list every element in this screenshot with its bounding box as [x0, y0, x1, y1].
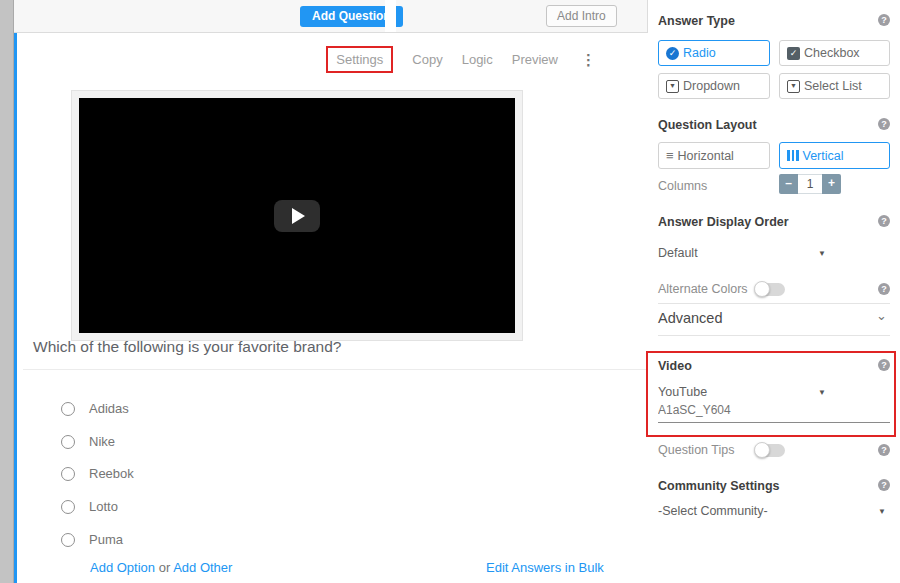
add-option-link[interactable]: Add Option — [90, 560, 155, 575]
radio-button[interactable] — [61, 435, 75, 449]
option-label[interactable]: Adidas — [89, 401, 129, 416]
help-icon[interactable]: ? — [878, 283, 890, 295]
help-icon[interactable]: ? — [878, 14, 890, 26]
video-id-input[interactable] — [658, 403, 890, 423]
radio-selected-icon: ✓ — [666, 47, 679, 60]
radio-button[interactable] — [61, 533, 75, 547]
help-icon[interactable]: ? — [878, 359, 890, 371]
question-layout-label: Question Layout — [658, 118, 757, 132]
option-label[interactable]: Puma — [89, 532, 123, 547]
video-player-frame — [71, 90, 523, 341]
video-player — [79, 98, 515, 333]
question-card: Settings Copy Logic Preview ⋮ Which of t… — [14, 33, 648, 583]
or-text: or — [159, 560, 171, 575]
option-row: Reebok — [61, 465, 134, 482]
edit-answers-in-bulk-link[interactable]: Edit Answers in Bulk — [486, 560, 604, 575]
tile-label: Horizontal — [678, 149, 734, 163]
option-row: Puma — [61, 531, 123, 548]
divider — [658, 335, 890, 336]
tab-preview[interactable]: Preview — [512, 52, 558, 67]
radio-button[interactable] — [61, 500, 75, 514]
horizontal-lines-icon: ≡ — [666, 149, 674, 162]
tile-label: Radio — [683, 46, 716, 60]
columns-value[interactable]: 1 — [798, 174, 822, 194]
tile-label: Dropdown — [683, 79, 740, 93]
dropdown-icon: ▼ — [666, 80, 679, 93]
radio-button[interactable] — [61, 402, 75, 416]
radio-button[interactable] — [61, 467, 75, 481]
option-row: Nike — [61, 433, 115, 450]
option-label[interactable]: Nike — [89, 434, 115, 449]
video-provider-select[interactable]: YouTube — [658, 385, 707, 399]
question-toolbar: Settings Copy Logic Preview ⋮ — [326, 46, 596, 73]
tile-label: Checkbox — [804, 46, 860, 60]
option-label[interactable]: Reebok — [89, 466, 134, 481]
question-divider — [23, 369, 651, 370]
topbar-divider — [385, 0, 396, 32]
answer-display-order-label: Answer Display Order — [658, 215, 789, 229]
left-gutter — [0, 0, 14, 583]
help-icon[interactable]: ? — [878, 444, 890, 456]
option-actions: Add Option or Add Other — [90, 560, 232, 575]
layout-horizontal[interactable]: ≡ Horizontal — [658, 142, 770, 169]
tile-label: Select List — [804, 79, 862, 93]
video-label: Video — [658, 359, 692, 373]
layout-vertical[interactable]: Vertical — [779, 142, 890, 169]
columns-stepper: – 1 + — [779, 174, 841, 194]
option-label[interactable]: Lotto — [89, 499, 118, 514]
question-tips-label: Question Tips — [658, 443, 734, 457]
columns-decrement-button[interactable]: – — [779, 174, 798, 194]
alternate-colors-label: Alternate Colors — [658, 282, 748, 296]
more-options-icon[interactable]: ⋮ — [581, 52, 596, 67]
add-other-link[interactable]: Add Other — [173, 560, 232, 575]
answer-type-dropdown[interactable]: ▼ Dropdown — [658, 73, 770, 99]
answer-type-radio[interactable]: ✓ Radio — [658, 40, 770, 66]
columns-label: Columns — [658, 179, 707, 193]
answer-type-select-list[interactable]: ▼ Select List — [779, 73, 890, 99]
divider — [658, 303, 890, 304]
columns-increment-button[interactable]: + — [822, 174, 841, 194]
help-icon[interactable]: ? — [878, 215, 890, 227]
answer-type-label: Answer Type — [658, 14, 735, 28]
caret-down-icon: ▼ — [878, 507, 886, 516]
tab-logic[interactable]: Logic — [462, 52, 493, 67]
community-select[interactable]: -Select Community- — [658, 504, 768, 518]
question-tips-toggle[interactable] — [755, 444, 785, 457]
help-icon[interactable]: ? — [878, 479, 890, 491]
option-row: Lotto — [61, 498, 118, 515]
option-row: Adidas — [61, 400, 129, 417]
survey-builder-screen: Add Question Add Intro Settings Copy Log… — [0, 0, 900, 583]
tab-copy[interactable]: Copy — [412, 52, 442, 67]
advanced-section-toggle[interactable]: Advanced — [658, 310, 723, 326]
caret-down-icon: ▼ — [818, 388, 826, 397]
help-icon[interactable]: ? — [878, 118, 890, 130]
community-settings-label: Community Settings — [658, 479, 780, 493]
settings-sidebar: Answer Type ? ✓ Radio ✓ Checkbox ▼ Dropd… — [648, 0, 900, 583]
play-button[interactable] — [274, 200, 320, 232]
toggle-knob — [754, 442, 770, 458]
play-icon — [292, 208, 305, 224]
builder-topbar: Add Question Add Intro — [14, 0, 648, 33]
caret-down-icon: ▼ — [818, 249, 826, 258]
alternate-colors-toggle[interactable] — [755, 283, 785, 296]
question-title[interactable]: Which of the following is your favorite … — [33, 338, 341, 356]
tile-label: Vertical — [803, 149, 844, 163]
select-list-icon: ▼ — [787, 80, 800, 93]
chevron-down-icon[interactable]: ⌄ — [876, 308, 887, 323]
toggle-knob — [754, 281, 770, 297]
vertical-bars-icon — [787, 150, 799, 161]
tab-settings[interactable]: Settings — [326, 46, 393, 73]
answer-type-checkbox[interactable]: ✓ Checkbox — [779, 40, 890, 66]
display-order-select[interactable]: Default — [658, 246, 698, 260]
add-intro-button[interactable]: Add Intro — [546, 5, 617, 27]
checkbox-icon: ✓ — [787, 47, 800, 60]
